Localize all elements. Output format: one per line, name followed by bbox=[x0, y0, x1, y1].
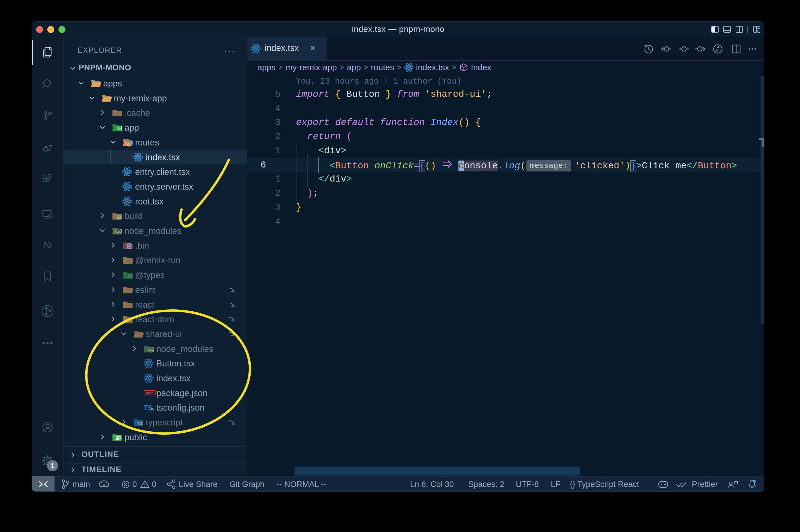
svg-text:10: 10 bbox=[128, 246, 131, 249]
svg-text:TS: TS bbox=[137, 421, 142, 426]
svg-text:JS: JS bbox=[149, 348, 153, 351]
svg-text:npm: npm bbox=[146, 391, 153, 395]
svg-text:JS: JS bbox=[117, 230, 121, 233]
svg-text:N: N bbox=[43, 240, 50, 250]
svg-text:TS: TS bbox=[127, 273, 132, 278]
